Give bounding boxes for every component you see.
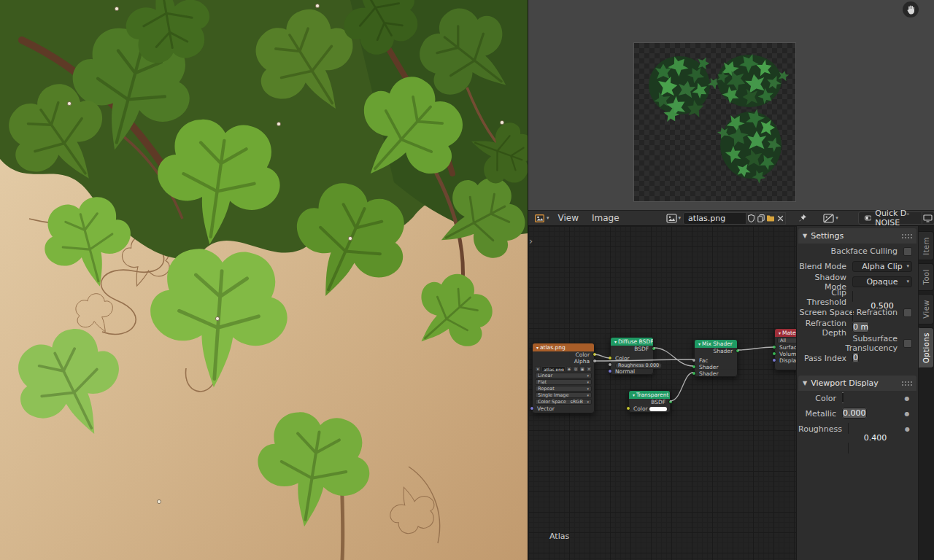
socket-label-shader2: Shader bbox=[699, 370, 719, 377]
socket-surface-in[interactable] bbox=[772, 345, 776, 349]
node-transparent-header[interactable]: Transparent BSDF bbox=[629, 391, 670, 399]
dnoise-display-button[interactable] bbox=[922, 211, 934, 225]
node-diffuse-header[interactable]: Diffuse BSDF bbox=[611, 338, 653, 346]
socket-label-mix-out: Shader bbox=[713, 348, 733, 354]
socket-transparent-bsdf-out[interactable] bbox=[668, 400, 673, 404]
blend-mode-dropdown[interactable]: Alpha Clip▾ bbox=[852, 261, 912, 272]
socket-label-surface: Surface bbox=[779, 344, 796, 351]
drag-dots-icon[interactable] bbox=[901, 381, 912, 386]
socket-mix-fac-in[interactable] bbox=[692, 358, 696, 362]
image-name-field[interactable]: atlas.png bbox=[683, 212, 746, 225]
settings-panel-title: Settings bbox=[811, 231, 844, 241]
keyframe-dot-icon[interactable]: ● bbox=[902, 395, 912, 402]
shader-editor[interactable]: › Atlas atlas.png Color Alpha ▾ atlas.pn… bbox=[528, 226, 796, 560]
viewport-display-title: Viewport Display bbox=[811, 378, 879, 388]
backface-culling-checkbox[interactable] bbox=[903, 247, 912, 256]
quick-dnoise-label: Quick D-NOISE bbox=[875, 209, 916, 228]
unlink-image-button[interactable] bbox=[776, 212, 787, 225]
shadow-mode-dropdown[interactable]: Opaque▾ bbox=[852, 276, 912, 287]
socket-color-out[interactable] bbox=[593, 352, 597, 357]
viewport-color-swatch[interactable] bbox=[842, 392, 844, 403]
sidebar-tab-strip: Item Tool View Options bbox=[918, 226, 934, 560]
node-mix-shader[interactable]: Mix Shader Shader Fac Shader Shader bbox=[694, 339, 738, 377]
sst-checkbox[interactable] bbox=[903, 339, 912, 348]
socket-label-displacement: Displacement bbox=[779, 357, 796, 364]
pass-index-field[interactable]: 0 bbox=[852, 352, 859, 363]
tab-tool[interactable]: Tool bbox=[919, 263, 934, 291]
socket-diffuse-normal-in[interactable] bbox=[608, 369, 612, 373]
image-datablock-icon bbox=[666, 214, 677, 223]
hand-icon bbox=[906, 5, 915, 15]
socket-displacement-in[interactable] bbox=[772, 358, 776, 362]
new-image-button[interactable] bbox=[755, 212, 766, 225]
pin-button[interactable] bbox=[796, 211, 809, 225]
node-material-output[interactable]: Material Ou All▾ Surface Volume Displace… bbox=[774, 328, 796, 370]
socket-label-transparent-bsdf: BSDF bbox=[651, 399, 665, 405]
socket-label-color-out: Color bbox=[575, 351, 590, 358]
source-select[interactable]: Single Image▾ bbox=[535, 392, 592, 398]
collapse-triangle-icon: ▼ bbox=[803, 233, 807, 239]
socket-vector-in[interactable] bbox=[530, 406, 534, 411]
drag-dots-icon[interactable] bbox=[901, 233, 912, 238]
node-new-image-button[interactable]: ⧉ bbox=[573, 366, 579, 372]
tab-options[interactable]: Options bbox=[919, 327, 934, 368]
toolbar-toggle-chevron[interactable]: › bbox=[529, 236, 533, 246]
viewport-metallic-field[interactable]: 0.000 bbox=[842, 408, 867, 419]
fake-user-button[interactable] bbox=[746, 212, 757, 225]
output-target-select[interactable]: All▾ bbox=[777, 338, 796, 343]
browse-image-button[interactable]: ▾ bbox=[664, 211, 684, 225]
node-output-header[interactable]: Material Ou bbox=[775, 329, 796, 337]
open-image-button[interactable] bbox=[765, 212, 776, 225]
socket-mix-shader1-in[interactable] bbox=[692, 365, 696, 369]
node-image-browse-button[interactable]: ▾ bbox=[535, 366, 541, 372]
menu-image[interactable]: Image bbox=[585, 213, 626, 223]
socket-volume-in[interactable] bbox=[772, 351, 776, 356]
folder-icon bbox=[766, 214, 775, 222]
interpolation-select[interactable]: Linear▾ bbox=[535, 373, 592, 378]
refraction-depth-field[interactable]: 0 m bbox=[852, 322, 869, 332]
projection-select[interactable]: Flat▾ bbox=[535, 379, 592, 385]
socket-transparent-color-in[interactable] bbox=[626, 406, 630, 411]
viewport-display-panel: ▼ Viewport Display Color ● Metallic 0.00… bbox=[798, 376, 916, 437]
node-unlink-button[interactable]: ✕ bbox=[586, 366, 592, 372]
3d-viewport[interactable] bbox=[0, 0, 528, 560]
atlas-leaf-clusters bbox=[634, 43, 795, 201]
socket-diffuse-color-in[interactable] bbox=[608, 356, 612, 360]
material-name-overlay: Atlas bbox=[549, 532, 569, 541]
node-image-name[interactable]: atlas.png bbox=[541, 366, 566, 372]
editor-type-selector[interactable]: ▾ bbox=[532, 211, 552, 225]
quick-dnoise-button[interactable]: Quick D-NOISE bbox=[858, 211, 922, 225]
viewport-roughness-slider[interactable]: 0.400 bbox=[848, 423, 903, 454]
node-transparent-bsdf[interactable]: Transparent BSDF BSDF Color bbox=[628, 390, 671, 413]
viewport-display-header[interactable]: ▼ Viewport Display bbox=[798, 376, 916, 391]
socket-alpha-out[interactable] bbox=[593, 359, 597, 363]
atlas-image-preview[interactable] bbox=[634, 43, 795, 201]
settings-panel-header[interactable]: ▼ Settings bbox=[798, 228, 916, 244]
pan-hand-gizmo[interactable] bbox=[903, 1, 919, 18]
socket-mix-shader2-in[interactable] bbox=[692, 371, 696, 376]
node-mix-header[interactable]: Mix Shader bbox=[695, 340, 737, 348]
node-open-image-button[interactable]: ▣ bbox=[579, 366, 585, 372]
clip-threshold-label: Clip Threshold bbox=[798, 288, 852, 307]
socket-label-volume: Volume bbox=[779, 351, 796, 357]
node-fake-user-button[interactable]: ◈ bbox=[566, 366, 572, 372]
socket-diffuse-bsdf-out[interactable] bbox=[652, 346, 656, 351]
node-image-texture-header[interactable]: atlas.png bbox=[533, 343, 594, 351]
channels-icon bbox=[823, 214, 834, 223]
socket-mix-shader-out[interactable] bbox=[736, 349, 740, 353]
tab-view[interactable]: View bbox=[919, 294, 934, 324]
extension-select[interactable]: Repeat▾ bbox=[535, 386, 592, 392]
keyframe-dot-icon[interactable]: ● bbox=[902, 411, 912, 417]
color-space-select[interactable]: Color SpacesRGB▾ bbox=[535, 399, 592, 405]
socket-diffuse-roughness-in[interactable] bbox=[608, 362, 612, 367]
keyframe-dot-icon[interactable]: ● bbox=[903, 426, 912, 432]
menu-view[interactable]: View bbox=[552, 213, 585, 223]
image-editor-canvas[interactable] bbox=[528, 0, 934, 210]
display-channels-selector[interactable]: ▾ bbox=[821, 211, 841, 225]
node-image-texture[interactable]: atlas.png Color Alpha ▾ atlas.png ◈ ⧉ ▣ … bbox=[532, 343, 595, 413]
node-diffuse-bsdf[interactable]: Diffuse BSDF BSDF Color Roughness 0.000 … bbox=[610, 337, 654, 375]
transparent-color-swatch[interactable] bbox=[649, 407, 667, 411]
tab-item[interactable]: Item bbox=[919, 231, 934, 260]
socket-label-diffuse-normal: Normal bbox=[615, 368, 635, 375]
blender-window: ▾ View Image ▾ atlas.png bbox=[0, 0, 934, 560]
